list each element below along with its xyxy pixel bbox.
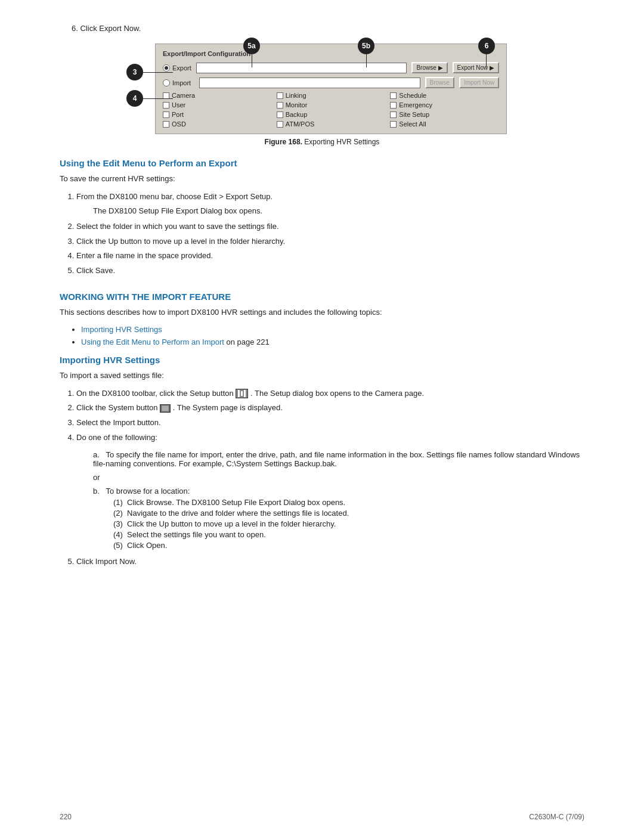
checkbox-sitesetup-label: Site Setup <box>399 111 429 118</box>
substep-b-1: (1) Click Browse. The DX8100 Setup File … <box>113 498 584 507</box>
figure-caption: Figure 168. Exporting HVR Settings <box>60 138 584 146</box>
checkbox-sitesetup-sq <box>390 112 397 118</box>
step-2: Select the folder in which you want to s… <box>76 221 584 233</box>
checkbox-atm-sq <box>277 121 283 128</box>
substep-b-items: (1) Click Browse. The DX8100 Setup File … <box>113 498 584 550</box>
line-4 <box>143 98 173 99</box>
import-step-3: Select the Import button. <box>76 417 584 429</box>
checkbox-schedule-label: Schedule <box>399 92 426 99</box>
substep-b-5: (5) Click Open. <box>113 541 584 550</box>
section2-heading: WORKING WITH THE IMPORT FEATURE <box>60 292 584 302</box>
checkbox-schedule-sq <box>390 92 397 99</box>
link-edit-menu-import[interactable]: Using the Edit Menu to Perform an Import <box>81 337 224 346</box>
substep-a-text: To specify the file name for import, ent… <box>93 450 580 468</box>
checkbox-port-label: Port <box>172 111 184 118</box>
icon-bar-3 <box>244 390 246 397</box>
checkbox-emergency: Emergency <box>390 101 499 109</box>
checkbox-user-sq <box>163 102 169 109</box>
checkbox-selectall: Select All <box>390 120 499 128</box>
substep-a-label: a. <box>93 450 104 459</box>
step-1: From the DX8100 menu bar, choose Edit > … <box>76 191 584 203</box>
line-3 <box>143 72 173 73</box>
section1-steps: From the DX8100 menu bar, choose Edit > … <box>76 191 584 277</box>
substep-a: a. To specify the file name for import, … <box>93 450 584 468</box>
checkbox-selectall-sq <box>390 121 397 128</box>
checkbox-selectall-label: Select All <box>399 120 426 128</box>
export-row: Export Browse ▶ Export Now ▶ <box>163 62 499 73</box>
checkbox-backup-label: Backup <box>286 111 308 118</box>
checkbox-emergency-sq <box>390 102 397 109</box>
bullet-importing: Importing HVR Settings <box>81 324 584 336</box>
checkbox-monitor: Monitor <box>277 101 386 109</box>
checkbox-monitor-sq <box>277 102 283 109</box>
section1-heading: Using the Edit Menu to Perform an Export <box>60 158 584 168</box>
section2-intro: This sections describes how to import DX… <box>60 306 584 318</box>
substep-b-text: To browse for a location: <box>106 487 190 496</box>
bullet-edit-menu-suffix: on page 221 <box>227 337 270 346</box>
subsection-importing-intro: To import a saved settings file: <box>60 370 584 382</box>
figure-168: 5a 5b 6 3 4 Export/Import Configuration … <box>137 44 507 134</box>
radio-import-circle <box>163 79 170 86</box>
callout-3: 3 <box>126 64 143 80</box>
checkbox-linking-sq <box>277 92 283 99</box>
callout-6: 6 <box>478 38 495 54</box>
checkbox-emergency-label: Emergency <box>399 101 432 109</box>
import-path-input <box>199 78 420 88</box>
checkbox-osd-label: OSD <box>172 120 186 128</box>
import-steps: On the DX8100 toolbar, click the Setup b… <box>76 388 584 444</box>
system-icon <box>160 404 171 413</box>
substep-b-2: (2) Navigate to the drive and folder whe… <box>113 509 584 518</box>
step6-label: Click Export Now. <box>80 24 141 33</box>
line-6 <box>486 54 487 67</box>
link-importing-hvr[interactable]: Importing HVR Settings <box>81 325 162 334</box>
checkbox-user-label: User <box>172 101 185 109</box>
checkbox-backup-sq <box>277 112 283 118</box>
footer-page-number: 220 <box>60 813 72 821</box>
section1-intro: To save the current HVR settings: <box>60 173 584 185</box>
checkbox-port: Port <box>163 111 272 118</box>
substep-b: b. To browse for a location: <box>93 487 584 496</box>
icon-bar-2 <box>241 391 243 396</box>
import-step-2: Click the System button . The System pag… <box>76 402 584 414</box>
substep-b-3: (3) Click the Up button to move up a lev… <box>113 519 584 528</box>
checkbox-atm: ATM/POS <box>277 120 386 128</box>
checkbox-linking: Linking <box>277 92 386 99</box>
import-step-5: Click Import Now. <box>76 556 584 568</box>
setup-icon <box>236 389 248 398</box>
step-4: Enter a file name in the space provided. <box>76 250 584 262</box>
or-separator: or <box>93 473 584 482</box>
radio-import: Import <box>163 79 191 86</box>
line-5b <box>366 54 367 67</box>
checkbox-port-sq <box>163 112 169 118</box>
section2-bullets: Importing HVR Settings Using the Edit Me… <box>81 324 584 349</box>
export-now-button[interactable]: Export Now ▶ <box>453 62 499 73</box>
icon-bar-1 <box>238 390 240 397</box>
checkbox-linking-label: Linking <box>286 92 306 99</box>
radio-import-label: Import <box>172 79 191 86</box>
import-step-2-after: . The System page is displayed. <box>173 403 283 412</box>
export-path-input <box>196 63 407 73</box>
checkbox-osd-sq <box>163 121 169 128</box>
page-footer: 220 C2630M-C (7/09) <box>0 813 644 821</box>
step-1-text: From the DX8100 menu bar, choose Edit > … <box>76 192 273 201</box>
figure-caption-text: Exporting HVR Settings <box>304 138 379 146</box>
subsection-importing-heading: Importing HVR Settings <box>60 355 584 365</box>
step6-text: 6. Click Export Now. <box>72 24 584 33</box>
import-step-1: On the DX8100 toolbar, click the Setup b… <box>76 388 584 400</box>
checkbox-backup: Backup <box>277 111 386 118</box>
import-step-4: Do one of the following: <box>76 432 584 444</box>
radio-export-circle <box>163 64 170 72</box>
import-step-1-after: . The Setup dialog box opens to the Came… <box>250 389 424 398</box>
step-5: Click Save. <box>76 265 584 277</box>
checkbox-osd: OSD <box>163 120 272 128</box>
checkbox-camera-label: Camera <box>172 92 195 99</box>
import-step-1-before: On the DX8100 toolbar, click the Setup b… <box>76 389 236 398</box>
checkbox-group: Camera Linking Schedule User Monitor <box>163 92 499 128</box>
step-3: Click the Up button to move up a level i… <box>76 236 584 248</box>
page-content: 6. Click Export Now. 5a 5b 6 3 4 Export/… <box>0 0 644 610</box>
checkbox-camera-sq <box>163 92 169 99</box>
callout-5a: 5a <box>243 38 260 54</box>
checkbox-atm-label: ATM/POS <box>286 120 315 128</box>
step-1-sub: The DX8100 Setup File Export Dialog box … <box>93 205 584 217</box>
browse-export-button[interactable]: Browse ▶ <box>411 62 447 73</box>
